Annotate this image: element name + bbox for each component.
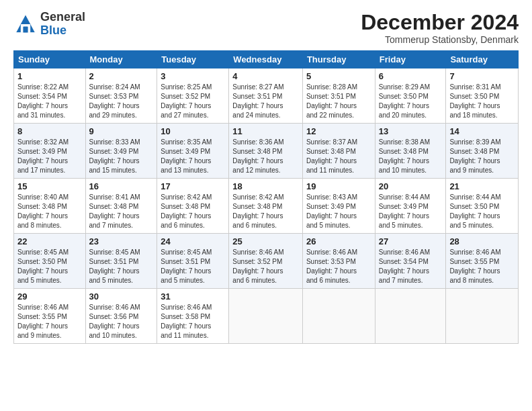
day-number: 1 [17,71,82,81]
calendar-cell: 3Sunrise: 8:25 AM Sunset: 3:52 PM Daylig… [157,68,229,124]
calendar-cell: 30Sunrise: 8:46 AM Sunset: 3:56 PM Dayli… [85,289,157,344]
day-number: 14 [449,126,515,136]
calendar-cell: 11Sunrise: 8:36 AM Sunset: 3:48 PM Dayli… [229,124,303,179]
calendar-cell: 27Sunrise: 8:46 AM Sunset: 3:54 PM Dayli… [375,234,446,289]
weekday-header-cell: Wednesday [229,51,303,68]
calendar-cell [229,289,303,344]
calendar-week-row: 22Sunrise: 8:45 AM Sunset: 3:50 PM Dayli… [14,234,519,289]
day-info: Sunrise: 8:46 AM Sunset: 3:54 PM Dayligh… [379,248,443,285]
weekday-header-cell: Friday [375,51,446,68]
calendar-cell: 29Sunrise: 8:46 AM Sunset: 3:55 PM Dayli… [14,289,86,344]
day-info: Sunrise: 8:43 AM Sunset: 3:49 PM Dayligh… [306,193,371,230]
day-number: 11 [232,126,299,136]
calendar-cell: 16Sunrise: 8:41 AM Sunset: 3:48 PM Dayli… [85,179,157,234]
day-info: Sunrise: 8:46 AM Sunset: 3:56 PM Dayligh… [89,303,154,340]
day-number: 5 [306,71,371,81]
calendar-cell: 9Sunrise: 8:33 AM Sunset: 3:49 PM Daylig… [85,124,157,179]
day-number: 15 [17,181,82,191]
calendar-cell: 6Sunrise: 8:29 AM Sunset: 3:50 PM Daylig… [375,68,446,124]
day-info: Sunrise: 8:38 AM Sunset: 3:48 PM Dayligh… [379,138,443,175]
day-number: 22 [17,236,82,246]
day-info: Sunrise: 8:27 AM Sunset: 3:51 PM Dayligh… [232,83,299,120]
weekday-header-cell: Sunday [14,51,86,68]
day-number: 4 [232,71,299,81]
day-number: 3 [161,71,225,81]
logo-text: General Blue [40,11,85,38]
calendar-cell: 19Sunrise: 8:43 AM Sunset: 3:49 PM Dayli… [302,179,375,234]
day-info: Sunrise: 8:42 AM Sunset: 3:48 PM Dayligh… [232,193,299,230]
day-number: 9 [89,126,154,136]
weekday-header-row: SundayMondayTuesdayWednesdayThursdayFrid… [14,51,519,68]
day-number: 17 [161,181,225,191]
day-number: 28 [449,236,515,246]
day-info: Sunrise: 8:24 AM Sunset: 3:53 PM Dayligh… [89,83,154,120]
day-info: Sunrise: 8:46 AM Sunset: 3:53 PM Dayligh… [306,248,371,285]
calendar-cell: 17Sunrise: 8:42 AM Sunset: 3:48 PM Dayli… [157,179,229,234]
calendar-cell: 14Sunrise: 8:39 AM Sunset: 3:48 PM Dayli… [446,124,519,179]
day-number: 26 [306,236,371,246]
day-number: 7 [449,71,515,81]
day-number: 6 [379,71,443,81]
day-info: Sunrise: 8:33 AM Sunset: 3:49 PM Dayligh… [89,138,154,175]
day-info: Sunrise: 8:35 AM Sunset: 3:49 PM Dayligh… [161,138,225,175]
subtitle: Tommerup Stationsby, Denmark [361,34,519,45]
calendar-cell: 23Sunrise: 8:45 AM Sunset: 3:51 PM Dayli… [85,234,157,289]
calendar-cell: 28Sunrise: 8:46 AM Sunset: 3:55 PM Dayli… [446,234,519,289]
logo-icon [13,12,38,36]
day-info: Sunrise: 8:29 AM Sunset: 3:50 PM Dayligh… [379,83,443,120]
day-number: 21 [449,181,515,191]
calendar-cell: 1Sunrise: 8:22 AM Sunset: 3:54 PM Daylig… [14,68,86,124]
calendar-cell [302,289,375,344]
page: General Blue December 2024 Tommerup Stat… [0,0,532,351]
day-number: 27 [379,236,443,246]
day-number: 23 [89,236,154,246]
day-number: 30 [89,291,154,302]
day-number: 13 [379,126,443,136]
calendar-week-row: 8Sunrise: 8:32 AM Sunset: 3:49 PM Daylig… [14,124,519,179]
calendar-cell [375,289,446,344]
calendar-cell: 12Sunrise: 8:37 AM Sunset: 3:48 PM Dayli… [302,124,375,179]
day-info: Sunrise: 8:46 AM Sunset: 3:58 PM Dayligh… [161,303,225,340]
day-info: Sunrise: 8:45 AM Sunset: 3:51 PM Dayligh… [161,248,225,285]
day-info: Sunrise: 8:37 AM Sunset: 3:48 PM Dayligh… [306,138,371,175]
calendar-cell: 31Sunrise: 8:46 AM Sunset: 3:58 PM Dayli… [157,289,229,344]
day-info: Sunrise: 8:40 AM Sunset: 3:48 PM Dayligh… [17,193,82,230]
header: General Blue December 2024 Tommerup Stat… [13,11,519,45]
title-block: December 2024 Tommerup Stationsby, Denma… [361,11,519,45]
day-number: 12 [306,126,371,136]
day-info: Sunrise: 8:41 AM Sunset: 3:48 PM Dayligh… [89,193,154,230]
day-info: Sunrise: 8:28 AM Sunset: 3:51 PM Dayligh… [306,83,371,120]
day-number: 10 [161,126,225,136]
day-info: Sunrise: 8:46 AM Sunset: 3:55 PM Dayligh… [17,303,82,340]
weekday-header-cell: Monday [85,51,157,68]
day-info: Sunrise: 8:36 AM Sunset: 3:48 PM Dayligh… [232,138,299,175]
day-info: Sunrise: 8:42 AM Sunset: 3:48 PM Dayligh… [161,193,225,230]
weekday-header-cell: Thursday [302,51,375,68]
logo: General Blue [13,11,85,38]
calendar-cell: 13Sunrise: 8:38 AM Sunset: 3:48 PM Dayli… [375,124,446,179]
calendar-cell: 4Sunrise: 8:27 AM Sunset: 3:51 PM Daylig… [229,68,303,124]
calendar-cell: 15Sunrise: 8:40 AM Sunset: 3:48 PM Dayli… [14,179,86,234]
calendar-cell: 10Sunrise: 8:35 AM Sunset: 3:49 PM Dayli… [157,124,229,179]
day-number: 29 [17,291,82,302]
day-info: Sunrise: 8:46 AM Sunset: 3:55 PM Dayligh… [449,248,515,285]
calendar-cell: 7Sunrise: 8:31 AM Sunset: 3:50 PM Daylig… [446,68,519,124]
day-info: Sunrise: 8:39 AM Sunset: 3:48 PM Dayligh… [449,138,515,175]
day-number: 8 [17,126,82,136]
weekday-header-cell: Tuesday [157,51,229,68]
day-number: 31 [161,291,225,302]
day-info: Sunrise: 8:46 AM Sunset: 3:52 PM Dayligh… [232,248,299,285]
day-info: Sunrise: 8:32 AM Sunset: 3:49 PM Dayligh… [17,138,82,175]
day-number: 25 [232,236,299,246]
calendar-cell: 24Sunrise: 8:45 AM Sunset: 3:51 PM Dayli… [157,234,229,289]
calendar-table: SundayMondayTuesdayWednesdayThursdayFrid… [13,50,519,344]
day-number: 20 [379,181,443,191]
calendar-week-row: 29Sunrise: 8:46 AM Sunset: 3:55 PM Dayli… [14,289,519,344]
day-info: Sunrise: 8:45 AM Sunset: 3:50 PM Dayligh… [17,248,82,285]
day-number: 16 [89,181,154,191]
day-info: Sunrise: 8:25 AM Sunset: 3:52 PM Dayligh… [161,83,225,120]
calendar-cell: 2Sunrise: 8:24 AM Sunset: 3:53 PM Daylig… [85,68,157,124]
day-number: 24 [161,236,225,246]
calendar-week-row: 1Sunrise: 8:22 AM Sunset: 3:54 PM Daylig… [14,68,519,124]
svg-rect-3 [23,26,28,32]
